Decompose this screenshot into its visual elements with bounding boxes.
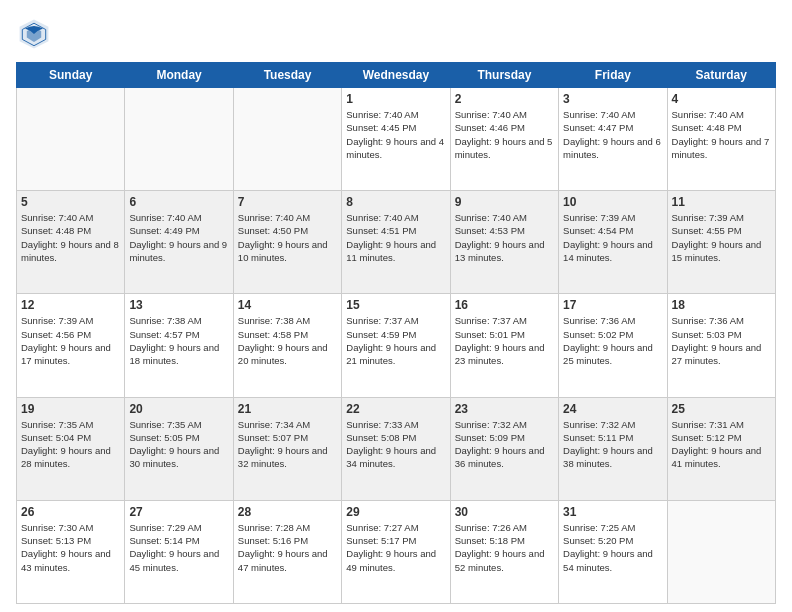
calendar-cell: 23Sunrise: 7:32 AM Sunset: 5:09 PM Dayli…	[450, 397, 558, 500]
calendar-cell: 22Sunrise: 7:33 AM Sunset: 5:08 PM Dayli…	[342, 397, 450, 500]
day-info: Sunrise: 7:40 AM Sunset: 4:51 PM Dayligh…	[346, 211, 445, 264]
day-info: Sunrise: 7:36 AM Sunset: 5:02 PM Dayligh…	[563, 314, 662, 367]
day-info: Sunrise: 7:39 AM Sunset: 4:54 PM Dayligh…	[563, 211, 662, 264]
day-info: Sunrise: 7:40 AM Sunset: 4:48 PM Dayligh…	[672, 108, 771, 161]
calendar-cell: 19Sunrise: 7:35 AM Sunset: 5:04 PM Dayli…	[17, 397, 125, 500]
day-info: Sunrise: 7:33 AM Sunset: 5:08 PM Dayligh…	[346, 418, 445, 471]
day-number: 5	[21, 195, 120, 209]
calendar-cell: 30Sunrise: 7:26 AM Sunset: 5:18 PM Dayli…	[450, 500, 558, 603]
calendar-cell: 8Sunrise: 7:40 AM Sunset: 4:51 PM Daylig…	[342, 191, 450, 294]
day-header: Monday	[125, 63, 233, 88]
day-number: 15	[346, 298, 445, 312]
day-number: 14	[238, 298, 337, 312]
calendar-week-row: 19Sunrise: 7:35 AM Sunset: 5:04 PM Dayli…	[17, 397, 776, 500]
day-number: 31	[563, 505, 662, 519]
day-number: 29	[346, 505, 445, 519]
calendar-cell: 14Sunrise: 7:38 AM Sunset: 4:58 PM Dayli…	[233, 294, 341, 397]
day-info: Sunrise: 7:40 AM Sunset: 4:46 PM Dayligh…	[455, 108, 554, 161]
day-number: 4	[672, 92, 771, 106]
day-info: Sunrise: 7:40 AM Sunset: 4:48 PM Dayligh…	[21, 211, 120, 264]
day-info: Sunrise: 7:29 AM Sunset: 5:14 PM Dayligh…	[129, 521, 228, 574]
calendar-cell: 15Sunrise: 7:37 AM Sunset: 4:59 PM Dayli…	[342, 294, 450, 397]
day-info: Sunrise: 7:39 AM Sunset: 4:55 PM Dayligh…	[672, 211, 771, 264]
day-number: 28	[238, 505, 337, 519]
calendar-cell: 5Sunrise: 7:40 AM Sunset: 4:48 PM Daylig…	[17, 191, 125, 294]
calendar-cell	[17, 88, 125, 191]
day-info: Sunrise: 7:32 AM Sunset: 5:09 PM Dayligh…	[455, 418, 554, 471]
page: SundayMondayTuesdayWednesdayThursdayFrid…	[0, 0, 792, 612]
day-number: 20	[129, 402, 228, 416]
day-number: 18	[672, 298, 771, 312]
header	[16, 16, 776, 52]
logo-icon	[16, 16, 52, 52]
calendar-cell	[233, 88, 341, 191]
day-info: Sunrise: 7:40 AM Sunset: 4:47 PM Dayligh…	[563, 108, 662, 161]
calendar-week-row: 12Sunrise: 7:39 AM Sunset: 4:56 PM Dayli…	[17, 294, 776, 397]
calendar-cell: 9Sunrise: 7:40 AM Sunset: 4:53 PM Daylig…	[450, 191, 558, 294]
days-header-row: SundayMondayTuesdayWednesdayThursdayFrid…	[17, 63, 776, 88]
calendar-cell: 27Sunrise: 7:29 AM Sunset: 5:14 PM Dayli…	[125, 500, 233, 603]
day-info: Sunrise: 7:36 AM Sunset: 5:03 PM Dayligh…	[672, 314, 771, 367]
calendar-cell: 2Sunrise: 7:40 AM Sunset: 4:46 PM Daylig…	[450, 88, 558, 191]
calendar-cell: 24Sunrise: 7:32 AM Sunset: 5:11 PM Dayli…	[559, 397, 667, 500]
calendar-cell: 17Sunrise: 7:36 AM Sunset: 5:02 PM Dayli…	[559, 294, 667, 397]
calendar-cell: 1Sunrise: 7:40 AM Sunset: 4:45 PM Daylig…	[342, 88, 450, 191]
calendar-cell: 7Sunrise: 7:40 AM Sunset: 4:50 PM Daylig…	[233, 191, 341, 294]
day-info: Sunrise: 7:37 AM Sunset: 4:59 PM Dayligh…	[346, 314, 445, 367]
day-number: 7	[238, 195, 337, 209]
calendar-cell: 13Sunrise: 7:38 AM Sunset: 4:57 PM Dayli…	[125, 294, 233, 397]
day-number: 22	[346, 402, 445, 416]
day-info: Sunrise: 7:35 AM Sunset: 5:04 PM Dayligh…	[21, 418, 120, 471]
day-info: Sunrise: 7:38 AM Sunset: 4:57 PM Dayligh…	[129, 314, 228, 367]
day-header: Thursday	[450, 63, 558, 88]
day-number: 13	[129, 298, 228, 312]
day-info: Sunrise: 7:40 AM Sunset: 4:50 PM Dayligh…	[238, 211, 337, 264]
day-info: Sunrise: 7:27 AM Sunset: 5:17 PM Dayligh…	[346, 521, 445, 574]
calendar-cell: 25Sunrise: 7:31 AM Sunset: 5:12 PM Dayli…	[667, 397, 775, 500]
day-number: 30	[455, 505, 554, 519]
day-header: Wednesday	[342, 63, 450, 88]
day-number: 3	[563, 92, 662, 106]
calendar-cell: 31Sunrise: 7:25 AM Sunset: 5:20 PM Dayli…	[559, 500, 667, 603]
calendar-cell: 18Sunrise: 7:36 AM Sunset: 5:03 PM Dayli…	[667, 294, 775, 397]
day-info: Sunrise: 7:39 AM Sunset: 4:56 PM Dayligh…	[21, 314, 120, 367]
day-number: 19	[21, 402, 120, 416]
day-number: 1	[346, 92, 445, 106]
calendar-week-row: 5Sunrise: 7:40 AM Sunset: 4:48 PM Daylig…	[17, 191, 776, 294]
day-number: 21	[238, 402, 337, 416]
day-header: Saturday	[667, 63, 775, 88]
day-number: 2	[455, 92, 554, 106]
day-number: 9	[455, 195, 554, 209]
calendar-cell: 16Sunrise: 7:37 AM Sunset: 5:01 PM Dayli…	[450, 294, 558, 397]
day-info: Sunrise: 7:40 AM Sunset: 4:53 PM Dayligh…	[455, 211, 554, 264]
day-info: Sunrise: 7:25 AM Sunset: 5:20 PM Dayligh…	[563, 521, 662, 574]
calendar-cell: 11Sunrise: 7:39 AM Sunset: 4:55 PM Dayli…	[667, 191, 775, 294]
day-number: 8	[346, 195, 445, 209]
day-info: Sunrise: 7:40 AM Sunset: 4:45 PM Dayligh…	[346, 108, 445, 161]
calendar-cell	[667, 500, 775, 603]
day-number: 16	[455, 298, 554, 312]
day-header: Sunday	[17, 63, 125, 88]
day-info: Sunrise: 7:35 AM Sunset: 5:05 PM Dayligh…	[129, 418, 228, 471]
logo	[16, 16, 56, 52]
day-info: Sunrise: 7:40 AM Sunset: 4:49 PM Dayligh…	[129, 211, 228, 264]
day-number: 23	[455, 402, 554, 416]
calendar: SundayMondayTuesdayWednesdayThursdayFrid…	[16, 62, 776, 604]
day-info: Sunrise: 7:37 AM Sunset: 5:01 PM Dayligh…	[455, 314, 554, 367]
day-info: Sunrise: 7:34 AM Sunset: 5:07 PM Dayligh…	[238, 418, 337, 471]
calendar-cell: 10Sunrise: 7:39 AM Sunset: 4:54 PM Dayli…	[559, 191, 667, 294]
day-info: Sunrise: 7:38 AM Sunset: 4:58 PM Dayligh…	[238, 314, 337, 367]
calendar-cell	[125, 88, 233, 191]
day-info: Sunrise: 7:32 AM Sunset: 5:11 PM Dayligh…	[563, 418, 662, 471]
calendar-cell: 6Sunrise: 7:40 AM Sunset: 4:49 PM Daylig…	[125, 191, 233, 294]
calendar-cell: 4Sunrise: 7:40 AM Sunset: 4:48 PM Daylig…	[667, 88, 775, 191]
calendar-week-row: 26Sunrise: 7:30 AM Sunset: 5:13 PM Dayli…	[17, 500, 776, 603]
day-info: Sunrise: 7:26 AM Sunset: 5:18 PM Dayligh…	[455, 521, 554, 574]
calendar-cell: 26Sunrise: 7:30 AM Sunset: 5:13 PM Dayli…	[17, 500, 125, 603]
calendar-cell: 3Sunrise: 7:40 AM Sunset: 4:47 PM Daylig…	[559, 88, 667, 191]
calendar-cell: 29Sunrise: 7:27 AM Sunset: 5:17 PM Dayli…	[342, 500, 450, 603]
calendar-cell: 28Sunrise: 7:28 AM Sunset: 5:16 PM Dayli…	[233, 500, 341, 603]
day-info: Sunrise: 7:31 AM Sunset: 5:12 PM Dayligh…	[672, 418, 771, 471]
day-number: 11	[672, 195, 771, 209]
day-number: 10	[563, 195, 662, 209]
